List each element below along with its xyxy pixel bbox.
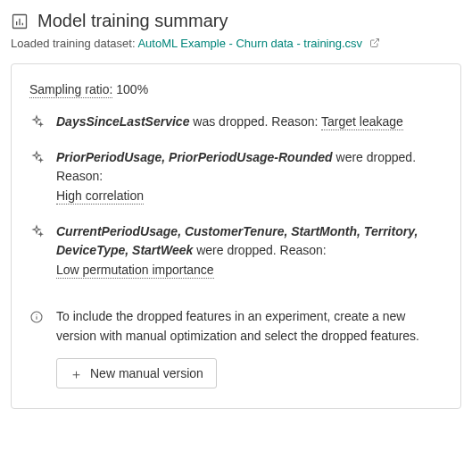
dropped-feature-item: PriorPeriodUsage, PriorPeriodUsage-Round… xyxy=(29,148,443,206)
sparkle-icon xyxy=(29,114,44,129)
dropped-feature-text: PriorPeriodUsage, PriorPeriodUsage-Round… xyxy=(56,148,443,206)
subheader-prefix: Loaded training dataset: xyxy=(11,37,137,50)
dropped-feature-item: DaysSinceLastService was dropped. Reason… xyxy=(29,113,443,132)
info-text: To include the dropped features in an ex… xyxy=(56,307,443,346)
drop-verb: was dropped. Reason: xyxy=(189,114,321,129)
dropped-feature-text: DaysSinceLastService was dropped. Reason… xyxy=(56,113,443,132)
summary-card: Sampling ratio: 100% DaysSinceLastServic… xyxy=(11,63,461,409)
plus-icon: ＋ xyxy=(70,367,83,380)
svg-point-7 xyxy=(36,314,37,315)
feature-names: DaysSinceLastService xyxy=(56,114,189,129)
drop-reason-link[interactable]: Low permutation importance xyxy=(56,263,214,279)
dataset-link[interactable]: AutoML Example - Churn data - training.c… xyxy=(137,37,379,50)
sampling-ratio-label: Sampling ratio: xyxy=(29,82,112,98)
sparkle-icon xyxy=(29,150,44,164)
info-section: To include the dropped features in an ex… xyxy=(29,307,443,388)
svg-line-4 xyxy=(374,39,379,45)
drop-verb: were dropped. Reason: xyxy=(193,243,326,257)
info-icon xyxy=(29,310,44,324)
drop-reason-link[interactable]: Target leakage xyxy=(321,114,403,130)
new-manual-version-button[interactable]: ＋ New manual version xyxy=(56,358,217,388)
button-label: New manual version xyxy=(90,366,203,380)
bar-chart-icon xyxy=(11,13,29,30)
sampling-ratio-value: 100% xyxy=(116,82,148,96)
page-title: Model training summary xyxy=(37,11,228,31)
page-header: Model training summary xyxy=(11,11,461,31)
external-link-icon xyxy=(369,38,380,51)
feature-names: PriorPeriodUsage, PriorPeriodUsage-Round… xyxy=(56,150,333,164)
subheader: Loaded training dataset: AutoML Example … xyxy=(11,37,461,51)
sampling-ratio-row: Sampling ratio: 100% xyxy=(29,82,443,96)
dropped-feature-text: CurrentPeriodUsage, CustomerTenure, Star… xyxy=(56,222,443,280)
sparkle-icon xyxy=(29,224,44,238)
info-text-block: To include the dropped features in an ex… xyxy=(56,307,443,388)
dropped-feature-item: CurrentPeriodUsage, CustomerTenure, Star… xyxy=(29,222,443,280)
drop-reason-link[interactable]: High correlation xyxy=(56,188,144,205)
dataset-name: AutoML Example - Churn data - training.c… xyxy=(137,37,362,50)
